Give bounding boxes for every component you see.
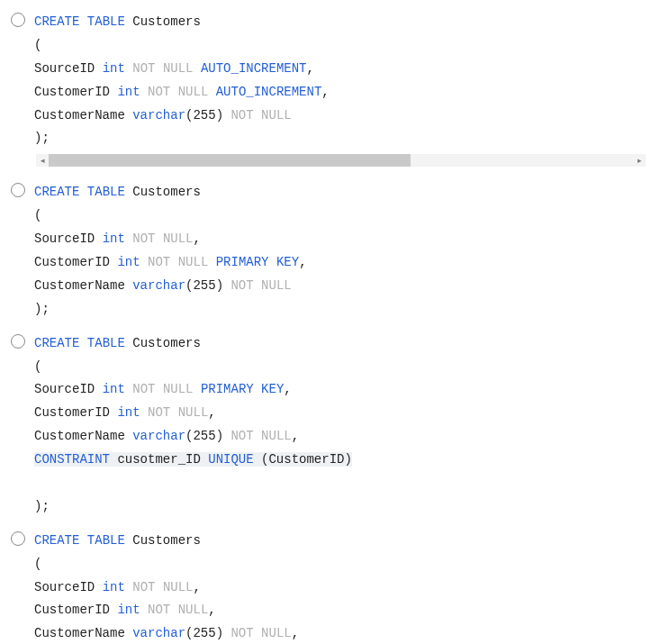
code-token: Customers xyxy=(125,533,201,548)
scroll-left-icon[interactable]: ◂ xyxy=(36,154,49,167)
code-token: int xyxy=(103,580,125,594)
code-token: NULL xyxy=(163,231,194,246)
code-token: AUTO_INCREMENT xyxy=(216,85,322,99)
code-token: UNIQUE xyxy=(208,452,253,467)
code-token: ) xyxy=(216,429,231,443)
code-token: int xyxy=(117,603,140,617)
code-token xyxy=(155,580,162,594)
code-token: NOT xyxy=(148,255,170,269)
code-token xyxy=(254,382,261,396)
horizontal-scrollbar[interactable]: ◂▸ xyxy=(36,154,646,167)
code-token xyxy=(254,108,261,122)
sql-code: CREATE TABLE Customers ( SourceID int NO… xyxy=(34,526,653,644)
code-token: , xyxy=(193,231,200,246)
radio-button[interactable] xyxy=(11,334,25,349)
code-token: int xyxy=(103,61,125,76)
code-token: NOT xyxy=(132,61,155,76)
code-token xyxy=(140,405,148,420)
code-token: int xyxy=(103,382,125,396)
answer-option-2[interactable]: CREATE TABLE Customers ( SourceID int NO… xyxy=(7,177,653,322)
code-token xyxy=(208,255,215,269)
code-token: KEY xyxy=(276,255,299,269)
code-token: SourceID xyxy=(34,382,103,396)
code-token: , xyxy=(292,626,299,640)
code-token: AUTO_INCREMENT xyxy=(201,61,307,76)
code-block: CREATE TABLE Customers ( SourceID int NO… xyxy=(34,7,653,172)
code-block: CREATE TABLE Customers ( SourceID int NO… xyxy=(34,329,653,521)
code-token xyxy=(155,382,162,396)
code-token xyxy=(34,476,41,490)
code-block: CREATE TABLE Customers ( SourceID int NO… xyxy=(34,526,653,644)
question-options: CREATE TABLE Customers ( SourceID int NO… xyxy=(7,7,653,644)
code-token: , xyxy=(321,85,329,99)
code-token xyxy=(254,278,261,293)
code-token: cusotmer_ID xyxy=(110,452,208,467)
code-token: NULL xyxy=(261,108,292,122)
scroll-right-icon[interactable]: ▸ xyxy=(633,154,646,167)
code-token: NOT xyxy=(231,429,253,443)
code-token: CONSTRAINT xyxy=(34,452,110,467)
code-token: KEY xyxy=(261,382,284,396)
code-token xyxy=(170,603,177,617)
code-token: NOT xyxy=(132,231,155,246)
sql-code: CREATE TABLE Customers ( SourceID int NO… xyxy=(34,329,653,521)
sql-code: CREATE TABLE Customers ( SourceID int NO… xyxy=(34,177,653,322)
code-token xyxy=(125,382,132,396)
code-token: SourceID xyxy=(34,231,103,246)
code-token xyxy=(170,405,177,420)
answer-option-4[interactable]: CREATE TABLE Customers ( SourceID int NO… xyxy=(7,526,653,644)
code-token: NOT xyxy=(148,85,170,99)
code-token: NULL xyxy=(163,61,194,76)
code-token xyxy=(140,255,148,269)
radio-button[interactable] xyxy=(11,13,25,27)
code-token: , xyxy=(208,405,215,420)
code-token: NOT xyxy=(231,626,253,640)
code-token xyxy=(79,533,86,548)
code-token: NULL xyxy=(178,405,209,420)
code-token: Customers xyxy=(125,185,201,199)
code-token: ); xyxy=(34,131,50,145)
code-token: ( xyxy=(34,557,41,571)
code-token: NOT xyxy=(231,108,253,122)
code-token xyxy=(254,626,261,640)
code-token: SourceID xyxy=(34,61,103,76)
code-token: , xyxy=(193,580,200,594)
code-token xyxy=(170,85,177,99)
code-token: 255 xyxy=(193,108,215,122)
code-token xyxy=(269,255,276,269)
code-token: NOT xyxy=(132,382,155,396)
code-token: CustomerName xyxy=(34,278,132,293)
code-token: CustomerID xyxy=(34,405,117,420)
code-token: TABLE xyxy=(87,336,125,350)
code-token: CustomerID xyxy=(34,255,117,269)
code-token: int xyxy=(117,405,140,420)
code-token xyxy=(155,231,162,246)
code-token: NULL xyxy=(163,382,194,396)
code-token: CREATE xyxy=(34,336,79,350)
code-token: ( xyxy=(34,38,41,52)
code-token xyxy=(125,231,132,246)
code-token: , xyxy=(299,255,306,269)
code-token xyxy=(208,85,215,99)
code-token: CustomerName xyxy=(34,108,132,122)
code-token xyxy=(170,255,177,269)
code-token: , xyxy=(307,61,314,76)
scrollbar-track[interactable] xyxy=(49,154,633,167)
code-token: int xyxy=(117,85,140,99)
answer-option-1[interactable]: CREATE TABLE Customers ( SourceID int NO… xyxy=(7,7,653,172)
answer-option-3[interactable]: CREATE TABLE Customers ( SourceID int NO… xyxy=(7,329,653,521)
radio-button[interactable] xyxy=(11,183,25,197)
code-token: 255 xyxy=(193,429,215,443)
code-token: TABLE xyxy=(87,533,125,548)
code-token: ); xyxy=(34,499,50,513)
scrollbar-thumb[interactable] xyxy=(49,154,411,167)
code-token: NULL xyxy=(178,85,209,99)
code-token: , xyxy=(284,382,291,396)
code-token xyxy=(125,61,132,76)
code-token: int xyxy=(103,231,125,246)
code-token: CustomerName xyxy=(34,429,132,443)
radio-button[interactable] xyxy=(11,531,25,546)
code-token xyxy=(193,382,200,396)
code-token: 255 xyxy=(193,278,215,293)
code-token: TABLE xyxy=(87,14,125,29)
